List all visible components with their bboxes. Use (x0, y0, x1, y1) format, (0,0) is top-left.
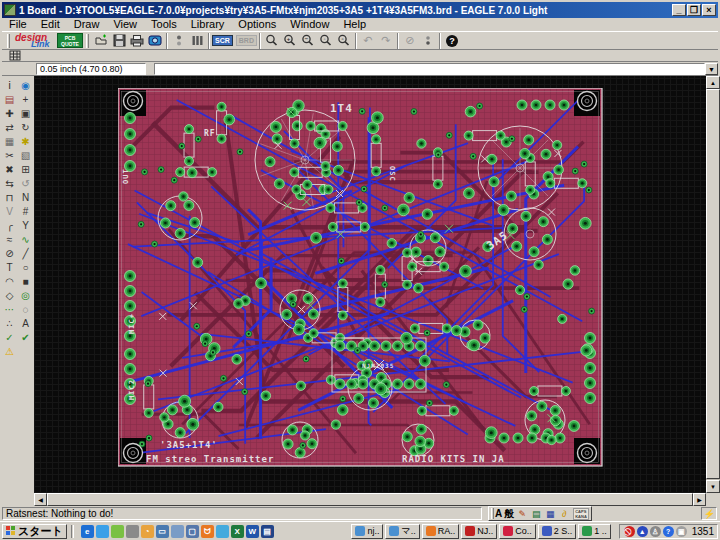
menu-tools[interactable]: Tools (144, 18, 184, 31)
caps-kana-indicator[interactable]: CAPSKANA (573, 508, 589, 520)
close-button[interactable]: × (702, 4, 716, 16)
menu-window[interactable]: Window (283, 18, 336, 31)
quicklaunch-icon-3[interactable] (111, 525, 124, 538)
tool-smash[interactable]: # (18, 204, 33, 218)
zoom-redraw-button[interactable]: ◦ (317, 33, 335, 49)
tool-miter[interactable]: ╭ (2, 218, 17, 232)
quicklaunch-icon-10[interactable] (216, 525, 229, 538)
zoom-fit-button[interactable] (263, 33, 281, 49)
vertical-scrollbar[interactable]: ▲ ▼ (706, 76, 720, 493)
task-button-7[interactable]: 1 .. (578, 524, 611, 539)
tool-split[interactable]: Y (18, 218, 33, 232)
mute-icon[interactable]: ⃠ (624, 526, 635, 537)
ime-mode-a[interactable]: A (495, 508, 502, 519)
tool-autoroute[interactable]: A (18, 316, 33, 330)
start-button[interactable]: スタート (2, 524, 67, 539)
tool-move[interactable]: ✚ (2, 106, 17, 120)
quicklaunch-icon-4[interactable] (126, 525, 139, 538)
cam-processor-button[interactable] (146, 33, 164, 49)
zoom-select-button[interactable]: ▫ (335, 33, 353, 49)
shield-icon[interactable]: ▲ (637, 526, 648, 537)
quicklaunch-icon-5[interactable]: ◔ (141, 525, 154, 538)
open-button[interactable] (92, 33, 110, 49)
display-tray-icon[interactable]: ▣ (676, 526, 687, 537)
print-button[interactable] (128, 33, 146, 49)
tool-ratsnest[interactable]: ∴ (2, 316, 17, 330)
task-button-2[interactable]: マ.. (385, 524, 419, 539)
tool-change[interactable]: ✱ (18, 134, 33, 148)
ime-dict-icon[interactable]: ▦ (544, 508, 556, 520)
messenger-icon[interactable]: ? (663, 526, 674, 537)
tool-rotate[interactable]: ↻ (18, 120, 33, 134)
board-canvas[interactable]: 1T4OSCRF3A5OUTMIC+MIC2NJM2035'3A5+1T4'FM… (34, 76, 706, 493)
tool-hole[interactable]: ◌ (18, 302, 33, 316)
tool-errors[interactable]: ✔ (18, 330, 33, 344)
ime-mode-han[interactable]: 般 (504, 507, 514, 521)
tool-ripup[interactable]: ⊘ (2, 246, 17, 260)
menu-file[interactable]: File (2, 18, 34, 31)
scroll-down-icon[interactable]: ▼ (706, 480, 720, 493)
help-button[interactable]: ? (443, 33, 461, 49)
tool-delete[interactable]: ✖ (2, 162, 17, 176)
restore-button[interactable]: ❐ (687, 4, 701, 16)
pcb-board[interactable]: 1T4OSCRF3A5OUTMIC+MIC2NJM2035'3A5+1T4'FM… (118, 88, 604, 468)
ime-toolbar[interactable]: A 般 ✎ ▤ ▦ ∂ CAPSKANA (488, 506, 592, 521)
tool-rect[interactable]: ■ (18, 274, 33, 288)
menu-view[interactable]: View (106, 18, 144, 31)
task-button-4[interactable]: NJ.. (461, 524, 497, 539)
command-dropdown-icon[interactable]: ▼ (705, 63, 718, 75)
zoom-out-button[interactable]: − (299, 33, 317, 49)
tool-replace[interactable]: ↺ (18, 176, 33, 190)
menu-options[interactable]: Options (231, 18, 283, 31)
scroll-left-icon[interactable]: ◀ (34, 493, 47, 506)
quicklaunch-icon-9[interactable]: ᗢ (201, 525, 214, 538)
script-button[interactable]: SCR (212, 35, 233, 46)
vscroll-thumb[interactable] (706, 89, 720, 479)
menu-edit[interactable]: Edit (34, 18, 67, 31)
quicklaunch-icon-11[interactable]: X (231, 525, 244, 538)
menu-help[interactable]: Help (336, 18, 373, 31)
pcb-quote-button[interactable]: PCBQUOTE (57, 33, 83, 48)
tool-route[interactable]: ∿ (18, 232, 33, 246)
tool-polygon[interactable]: ◇ (2, 288, 17, 302)
tool-name[interactable]: N (18, 190, 33, 204)
tool-signal[interactable]: ⋯ (2, 302, 17, 316)
task-button-6[interactable]: 2 S.. (538, 524, 577, 539)
designlink-logo[interactable]: designLink (13, 33, 55, 49)
tool-group[interactable]: ▦ (2, 134, 17, 148)
tool-add[interactable]: ⊞ (18, 162, 33, 176)
tool-text[interactable]: T (2, 260, 17, 274)
tool-display[interactable]: ▤ (2, 92, 17, 106)
task-button-1[interactable]: nj.. (351, 524, 383, 539)
go-button[interactable] (419, 33, 437, 49)
hscroll-thumb[interactable] (47, 493, 693, 506)
quicklaunch-icon-12[interactable]: W (246, 525, 259, 538)
scroll-up-icon[interactable]: ▲ (706, 76, 720, 89)
task-button-5[interactable]: Co.. (499, 524, 536, 539)
tool-mirror[interactable]: ⇄ (2, 120, 17, 134)
tool-circle[interactable]: ○ (18, 260, 33, 274)
tool-mark[interactable]: + (18, 92, 33, 106)
tool-copy[interactable]: ▣ (18, 106, 33, 120)
tool-paste[interactable]: ▧ (18, 148, 33, 162)
title-bar[interactable]: 1 Board - D:¥TOOL5¥EAGLE-7.0.0¥projects¥… (2, 2, 718, 18)
command-input[interactable] (154, 63, 705, 75)
menu-draw[interactable]: Draw (67, 18, 107, 31)
tool-warning[interactable]: ⚠ (2, 344, 17, 358)
quicklaunch-icon-7[interactable] (171, 525, 184, 538)
menu-library[interactable]: Library (184, 18, 232, 31)
tool-info[interactable]: i (2, 78, 17, 92)
ime-prop-icon[interactable]: ∂ (558, 508, 570, 520)
tool-wire[interactable]: ╱ (18, 246, 33, 260)
task-button-3[interactable]: RA.. (422, 524, 460, 539)
tool-lock[interactable]: ⊓ (2, 190, 17, 204)
display-layers-button[interactable] (188, 33, 206, 49)
tool-drc[interactable]: ✓ (2, 330, 17, 344)
tool-show[interactable]: ◉ (18, 78, 33, 92)
tool-value[interactable]: V (2, 204, 17, 218)
tool-via[interactable]: ◎ (18, 288, 33, 302)
zoom-in-button[interactable]: + (281, 33, 299, 49)
ime-pen-icon[interactable]: ✎ (516, 508, 528, 520)
save-button[interactable] (110, 33, 128, 49)
quicklaunch-icon-1[interactable]: e (81, 525, 94, 538)
